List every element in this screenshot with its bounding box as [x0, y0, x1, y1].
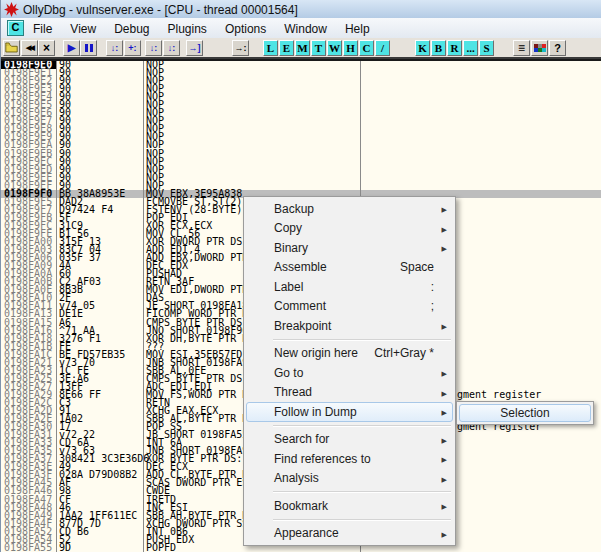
- context-menu-item-comment[interactable]: Comment;: [246, 297, 453, 317]
- column-separator-hex: [143, 61, 144, 552]
- context-menu-item-follow-in-dump[interactable]: Follow in Dump▶: [246, 402, 453, 422]
- letter-...: ...: [466, 42, 474, 54]
- instruction-cell: NOP: [144, 61, 362, 69]
- instruction-cell: NOP: [144, 174, 362, 182]
- context-menu-item-go-to[interactable]: Go to▶: [246, 363, 453, 383]
- disasm-row[interactable]: 0198F9E590NOP: [1, 101, 601, 109]
- context-menu-item-label[interactable]: Label:: [246, 277, 453, 297]
- disasm-row[interactable]: 0198F9E790NOP: [1, 117, 601, 125]
- call-stack-window-button[interactable]: K: [415, 40, 430, 56]
- handles-window-button[interactable]: H: [343, 40, 358, 56]
- run-button[interactable]: ▶: [63, 40, 80, 56]
- letter-/: /: [381, 42, 384, 54]
- menubar-item-plugins[interactable]: Plugins: [159, 20, 216, 38]
- letter-T: T: [315, 42, 322, 54]
- go-to-address-button[interactable]: →:: [232, 40, 249, 56]
- menubar-item-help[interactable]: Help: [336, 20, 379, 38]
- menubar-item-debug[interactable]: Debug: [105, 20, 158, 38]
- letter-L: L: [267, 42, 274, 54]
- menubar-item-view[interactable]: View: [61, 20, 105, 38]
- menubar-item-window[interactable]: Window: [275, 20, 336, 38]
- context-menu-item-assemble[interactable]: AssembleSpace: [246, 258, 453, 278]
- context-menu-item-new-origin-here[interactable]: New origin hereCtrl+Gray *: [246, 344, 453, 364]
- appearance-button[interactable]: [531, 40, 548, 56]
- play-icon: ▶: [68, 42, 76, 53]
- disasm-row[interactable]: 0198F9E890NOP: [1, 125, 601, 133]
- step-into-button[interactable]: ↓:: [106, 40, 123, 56]
- instruction-cell: NOP: [144, 109, 362, 117]
- instruction-cell: NOP: [144, 125, 362, 133]
- disasm-row[interactable]: 0198F9EA90NOP: [1, 141, 601, 149]
- disasm-row[interactable]: 0198F9EC90NOP: [1, 158, 601, 166]
- disasm-row[interactable]: 0198F9EB90NOP: [1, 150, 601, 158]
- disasm-row[interactable]: 0198F9E090NOP: [1, 61, 601, 69]
- run-trace-window-button[interactable]: ...: [463, 40, 478, 56]
- context-menu-item-analysis[interactable]: Analysis▶: [246, 469, 453, 489]
- cpu-window-button[interactable]: C: [359, 40, 374, 56]
- context-menu-item-search-for[interactable]: Search for▶: [246, 430, 453, 450]
- submenu-arrow-icon: ▶: [442, 370, 447, 378]
- submenu-item-selection[interactable]: Selection: [459, 404, 591, 422]
- instruction-cell: NOP: [144, 101, 362, 109]
- disasm-row[interactable]: 0198F9E290NOP: [1, 77, 601, 85]
- executables-window-button[interactable]: E: [279, 40, 294, 56]
- submenu-arrow-icon: ▶: [442, 456, 447, 464]
- submenu-arrow-icon: ▶: [442, 409, 447, 417]
- disasm-row[interactable]: 0198F9EE90NOP: [1, 174, 601, 182]
- disasm-row[interactable]: 0198F9E190NOP: [1, 69, 601, 77]
- menu-separator: [246, 336, 453, 344]
- instruction-cell: NOP: [144, 158, 362, 166]
- context-menu-item-binary[interactable]: Binary▶: [246, 238, 453, 258]
- options-button[interactable]: ≡: [513, 40, 530, 56]
- letter-H: H: [346, 42, 355, 54]
- references-window-button[interactable]: R: [447, 40, 462, 56]
- step-into-icon: ↓:: [111, 43, 119, 53]
- help-icon: ?: [554, 42, 561, 54]
- trace-over-button[interactable]: ↓:: [163, 40, 180, 56]
- windows-window-button[interactable]: W: [327, 40, 342, 56]
- column-separator-address: [56, 61, 57, 552]
- letter-C: C: [363, 42, 371, 54]
- help-button[interactable]: ?: [549, 40, 566, 56]
- trace-into-button[interactable]: ↓:: [145, 40, 162, 56]
- title-bar: OllyDbg - vulnserver.exe - [CPU - thread…: [1, 0, 601, 19]
- memory-window-button[interactable]: M: [295, 40, 310, 56]
- menubar-item-file[interactable]: File: [24, 20, 61, 38]
- menu-item-shortcut: ;: [431, 299, 434, 313]
- appearance-grid-icon: [534, 44, 546, 52]
- disasm-row[interactable]: 0198F9E490NOP: [1, 93, 601, 101]
- source-window-button[interactable]: S: [479, 40, 494, 56]
- patches-window-button[interactable]: /: [375, 40, 390, 56]
- mdi-child-system-icon[interactable]: C: [7, 20, 24, 36]
- letter-R: R: [451, 42, 459, 54]
- close-program-button[interactable]: ×: [38, 40, 55, 56]
- context-menu-item-bookmark[interactable]: Bookmark▶: [246, 496, 453, 516]
- disasm-row[interactable]: 0198F9E690NOP: [1, 109, 601, 117]
- disasm-row[interactable]: 0198F9ED90NOP: [1, 166, 601, 174]
- disasm-row[interactable]: 0198F9E990NOP: [1, 133, 601, 141]
- execute-till-return-button[interactable]: →]: [186, 40, 203, 56]
- menu-item-label: Assemble: [274, 260, 327, 274]
- submenu-arrow-icon: ▶: [442, 503, 447, 511]
- restart-button[interactable]: ◀◀: [21, 40, 38, 56]
- context-menu-item-appearance[interactable]: Appearance▶: [246, 524, 453, 544]
- step-over-button[interactable]: +:: [124, 40, 141, 56]
- context-menu-item-thread[interactable]: Thread▶: [246, 383, 453, 403]
- log-window-button[interactable]: L: [263, 40, 278, 56]
- context-menu-item-breakpoint[interactable]: Breakpoint▶: [246, 316, 453, 336]
- threads-window-button[interactable]: T: [311, 40, 326, 56]
- letter-S: S: [483, 42, 489, 54]
- toolbar: ◀◀×▶↓:+:↓:↓:→]→:LEMTWHC/KBR...S≡?: [1, 38, 601, 59]
- breakpoints-window-button[interactable]: B: [431, 40, 446, 56]
- context-menu-item-copy[interactable]: Copy▶: [246, 219, 453, 239]
- disasm-row[interactable]: 0198F9E390NOP: [1, 85, 601, 93]
- submenu-item-label: Selection: [500, 406, 549, 420]
- menu-item-label: Comment: [274, 299, 326, 313]
- menubar-item-options[interactable]: Options: [216, 20, 275, 38]
- context-menu-item-backup[interactable]: Backup▶: [246, 199, 453, 219]
- context-menu-item-find-references-to[interactable]: Find references to▶: [246, 449, 453, 469]
- pause-button[interactable]: [80, 40, 97, 56]
- menu-item-label: Binary: [274, 241, 308, 255]
- folder-icon: [5, 42, 18, 53]
- open-file-button[interactable]: [3, 40, 20, 56]
